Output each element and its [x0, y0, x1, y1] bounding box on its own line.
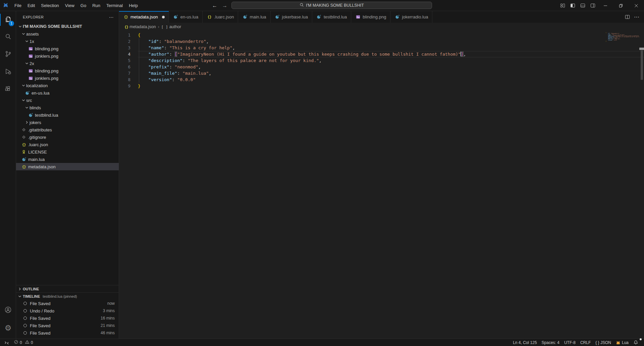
restore-button[interactable] [613, 0, 629, 11]
status-encoding[interactable]: UTF-8 [562, 339, 578, 346]
code-editor[interactable]: 1{2 "id": "balanwondertro",3 "name": "Th… [119, 31, 644, 339]
tab--luarc-json[interactable]: {}.luarc.json [203, 11, 238, 23]
timeline-item[interactable]: File Saved46 mins [16, 329, 119, 337]
file-tree: I'M MAKING SOME BULLSHITassets1xblinding… [16, 23, 119, 170]
editor-scrollbar[interactable] [639, 31, 644, 339]
editor-more-actions-icon[interactable]: ⋯ [633, 13, 641, 21]
source-control-icon [4, 50, 12, 59]
menu-terminal[interactable]: Terminal [103, 0, 126, 11]
minimize-button[interactable] [598, 0, 613, 11]
tree-item-testblind-lua[interactable]: testblind.lua [16, 111, 119, 119]
timeline-item[interactable]: File Saved16 mins [16, 314, 119, 322]
timeline-item[interactable]: File Saved21 mins [16, 322, 119, 329]
json-file-icon: {} [124, 15, 127, 19]
status-indentation[interactable]: Spaces: 4 [539, 339, 562, 346]
explorer-more-actions-icon[interactable]: ⋯ [108, 14, 115, 20]
breadcrumb-item-metadata-json[interactable]: {}metadata.json [124, 24, 156, 29]
customize-layout-icon[interactable] [557, 1, 568, 10]
tree-root-folder[interactable]: I'M MAKING SOME BULLSHIT [16, 23, 119, 30]
scrollbar-thumb[interactable] [641, 50, 643, 80]
menu-bar: FileEditSelectionViewGoRunTerminalHelp [11, 0, 141, 11]
tree-item-2x[interactable]: 2x [16, 60, 119, 67]
status-lua-addon[interactable]: Lua [613, 339, 631, 346]
problems-indicator[interactable]: 0 0 [11, 339, 35, 346]
menu-selection[interactable]: Selection [38, 0, 62, 11]
timeline-list: File SavednowUndo / Redo3 minsFile Saved… [16, 300, 119, 337]
toggle-secondary-sidebar-icon[interactable] [588, 1, 598, 10]
status-language-mode[interactable]: { } JSON [593, 339, 613, 346]
timeline-item-time: 21 mins [101, 323, 115, 328]
menu-view[interactable]: View [62, 0, 77, 11]
tree-item-jonklers-png[interactable]: jonklers.png [16, 52, 119, 60]
tab-label: metadata.json [130, 14, 158, 19]
tab-main-lua[interactable]: main.lua [238, 11, 270, 23]
toggle-panel-icon[interactable] [578, 1, 588, 10]
status-cursor-position[interactable]: Ln 4, Col 125 [511, 339, 539, 346]
breadcrumb-item-author[interactable]: [ ]author [161, 24, 181, 29]
nav-forward-button[interactable]: → [222, 3, 227, 9]
tab-jokerbase-lua[interactable]: jokerbase.lua [271, 11, 312, 23]
tree-item-localization[interactable]: localization [16, 82, 119, 89]
timeline-section-header[interactable]: TIMELINE testblind.lua (pinned) [16, 292, 119, 300]
tree-item-src[interactable]: src [16, 97, 119, 104]
close-window-button[interactable] [629, 0, 644, 11]
overview-cursor-marker [639, 48, 644, 50]
split-editor-icon[interactable] [623, 13, 631, 21]
tree-item-metadata-json[interactable]: {}metadata.json [16, 163, 119, 170]
activity-search[interactable] [0, 28, 16, 46]
breadcrumb-label: author [169, 24, 181, 29]
tree-item-en-us-lua[interactable]: en-us.lua [16, 89, 119, 97]
tab-metadata-json[interactable]: {}metadata.json [119, 11, 169, 23]
code-line-4: 4 "author": ["ImaginaryNeon (Hi I found … [119, 51, 604, 57]
activity-accounts[interactable] [0, 302, 16, 319]
tree-item--gitattributes[interactable]: .gitattributes [16, 126, 119, 133]
activity-run-debug[interactable] [0, 63, 16, 81]
menu-go[interactable]: Go [77, 0, 89, 11]
command-center-search[interactable]: I'M MAKING SOME BULLSHIT [231, 2, 432, 9]
toggle-primary-sidebar-icon[interactable] [568, 1, 578, 10]
notifications-bell-icon[interactable] [631, 339, 641, 346]
app-logo-icon [0, 2, 11, 9]
tree-item-assets[interactable]: assets [16, 30, 119, 38]
tree-item-blinding-png[interactable]: blinding.png [16, 45, 119, 52]
search-icon [4, 33, 12, 42]
tab-jokerradio-lua[interactable]: jokerradio.lua [390, 11, 432, 23]
tab-blinding-png[interactable]: blinding.png [351, 11, 390, 23]
status-eol[interactable]: CRLF [578, 339, 593, 346]
status-label: Lua [622, 340, 629, 345]
activity-explorer[interactable]: 1 [0, 11, 16, 28]
code-line-6: 6 "prefix": "neonmod", [119, 64, 604, 70]
code-line-5: 5 "description": "The layers of this pal… [119, 57, 604, 64]
tree-item-jonklers-png[interactable]: jonklers.png [16, 74, 119, 82]
timeline-item[interactable]: Undo / Redo3 mins [16, 307, 119, 314]
timeline-item[interactable]: File Savednow [16, 300, 119, 307]
tab-testblind-lua[interactable]: testblind.lua [312, 11, 351, 23]
outline-section-header[interactable]: OUTLINE [16, 285, 119, 292]
remote-indicator[interactable] [2, 339, 11, 346]
nav-back-button[interactable]: ← [212, 3, 217, 9]
tree-item-blinding-png[interactable]: blinding.png [16, 67, 119, 74]
activity-source-control[interactable] [0, 46, 16, 63]
tree-item-main-lua[interactable]: main.lua [16, 156, 119, 163]
menu-run[interactable]: Run [89, 0, 103, 11]
tree-item--gitignore[interactable]: .gitignore [16, 133, 119, 141]
modified-dot-icon[interactable] [162, 16, 165, 18]
menu-file[interactable]: File [11, 0, 24, 11]
code-line-2: 2 "id": "balanwondertro", [119, 38, 604, 45]
minimap[interactable]: { "id": "balanwondertro", "name": "This … [606, 32, 639, 86]
extensions-icon [4, 85, 12, 94]
activity-settings[interactable]: ⚙ [0, 319, 16, 337]
menu-edit[interactable]: Edit [24, 0, 38, 11]
tree-item--luarc-json[interactable]: {}.luarc.json [16, 141, 119, 148]
menu-help[interactable]: Help [126, 0, 141, 11]
tree-item-jokers[interactable]: jokers [16, 119, 119, 126]
timeline-pinned-file: testblind.lua (pinned) [43, 294, 77, 298]
json-file-icon: {} [22, 165, 25, 169]
tree-item-1x[interactable]: 1x [16, 38, 119, 45]
tree-item-LICENSE[interactable]: LICENSE [16, 148, 119, 156]
tree-item-label: LICENSE [28, 150, 47, 155]
tab-en-us-lua[interactable]: en-us.lua [169, 11, 203, 23]
chevron-down-icon [24, 61, 29, 66]
tree-item-blinds[interactable]: blinds [16, 104, 119, 111]
activity-extensions[interactable] [0, 81, 16, 98]
